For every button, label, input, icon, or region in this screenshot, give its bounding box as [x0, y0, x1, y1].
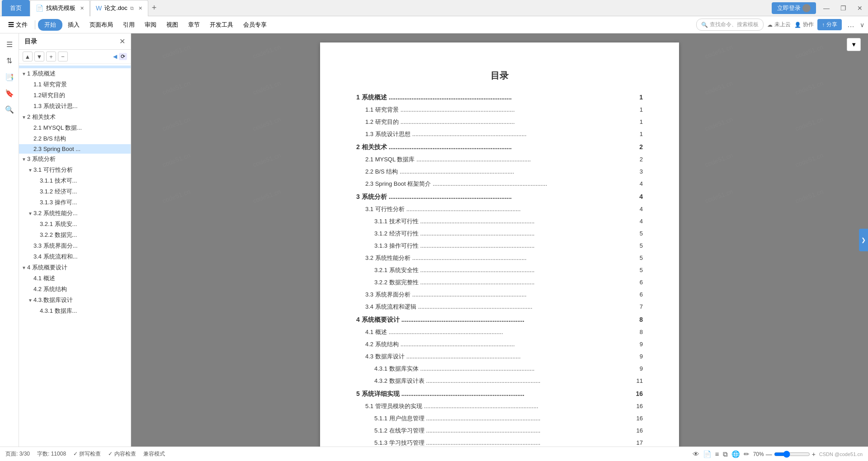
- toc-item-3-4[interactable]: 3.4 系统流程和...: [19, 251, 131, 262]
- collaborate-btn[interactable]: 👤 协作: [794, 21, 814, 28]
- menu-bar: ☰ 文件 开始 插入 页面布局 引用 审阅 视图 章节 开发工具 会员专享 🔍 …: [0, 16, 868, 33]
- toc-item-4-3[interactable]: ▼ 4.3.数据库设计: [19, 295, 131, 306]
- toc-close-btn[interactable]: ✕: [119, 37, 125, 46]
- tab-wps[interactable]: 📄 找稿壳模板 ✕: [30, 0, 90, 16]
- more-menu[interactable]: …: [845, 21, 856, 29]
- doc-view-icon[interactable]: 📄: [703, 450, 712, 458]
- read-icon[interactable]: 👁: [693, 450, 699, 458]
- close-button[interactable]: ✕: [854, 3, 866, 14]
- content-check-btn[interactable]: ✓ 内容检查: [108, 450, 136, 458]
- web-view-icon[interactable]: 🌐: [731, 450, 740, 458]
- toc-item-2[interactable]: ▼ 2 相关技术: [19, 112, 131, 122]
- doc-restore-icon[interactable]: ⧉: [130, 5, 134, 11]
- nav-icon-btn[interactable]: ⇅: [2, 53, 17, 68]
- filter-icon-btn[interactable]: ▼: [847, 38, 861, 51]
- wm-18: code51.cn: [218, 91, 315, 156]
- wm-2: code51.cn: [218, 33, 315, 84]
- toggle-1[interactable]: ▼: [21, 71, 27, 77]
- zoom-in-btn[interactable]: +: [812, 451, 816, 458]
- toc-item-3-1-3[interactable]: 3.1.3 操作可...: [19, 197, 131, 208]
- restore-button[interactable]: ❐: [837, 3, 850, 14]
- doc-tab-close[interactable]: ✕: [138, 5, 142, 11]
- menu-insert[interactable]: 插入: [63, 19, 84, 31]
- pen-icon[interactable]: ✏: [744, 450, 750, 458]
- spell-check-btn[interactable]: ✓ 拼写检查: [73, 450, 101, 458]
- toc-item-3-1[interactable]: ▼ 3.1 可行性分析: [19, 165, 131, 175]
- share-button[interactable]: ↑ 分享: [817, 19, 842, 30]
- wps-tab-close[interactable]: ✕: [80, 5, 84, 11]
- toc-item-4-3-1[interactable]: 4.3.1 数据库...: [19, 306, 131, 316]
- login-button[interactable]: 立即登录: [772, 2, 816, 14]
- toc-item-3-2-1[interactable]: 3.2.1 系统安...: [19, 219, 131, 230]
- tab-doc[interactable]: W 论文.doc ⧉ ✕: [90, 0, 148, 16]
- minimize-button[interactable]: —: [820, 3, 833, 14]
- toc-item-2-2[interactable]: 2.2 B/S 结构: [19, 133, 131, 144]
- toc-item-4-2[interactable]: 4.2 系统结构: [19, 284, 131, 295]
- zoom-out-btn[interactable]: —: [766, 451, 772, 458]
- toc-add[interactable]: +: [46, 52, 56, 61]
- menu-search[interactable]: 🔍 查找命令、搜索模板: [696, 19, 764, 31]
- menu-view[interactable]: 视图: [162, 19, 183, 31]
- menu-chapter[interactable]: 章节: [184, 19, 204, 31]
- compat-mode-btn[interactable]: 兼容模式: [143, 450, 165, 458]
- toggle-3-1[interactable]: ▼: [27, 167, 33, 173]
- menu-member[interactable]: 会员专享: [239, 19, 271, 31]
- toggle-4[interactable]: ▼: [21, 264, 27, 271]
- toc-entry-5-1-2: 5.1.2 在线学习管理 ...........................…: [356, 425, 643, 437]
- menu-review[interactable]: 审阅: [140, 19, 161, 31]
- toc-item-1-3[interactable]: 1.3 系统设计思...: [19, 101, 131, 112]
- toc-entry-3-1-1: 3.1.1 技术可行性 ............................…: [356, 216, 643, 227]
- toc-item-4-1[interactable]: 4.1 概述: [19, 273, 131, 284]
- toc-entry-1-3: 1.3 系统设计思想 .............................…: [356, 128, 643, 140]
- new-tab-button[interactable]: +: [148, 3, 160, 13]
- wm-25: code51.cn: [131, 127, 225, 193]
- toc-item-2-3[interactable]: 2.3 Spring Boot ...: [19, 144, 131, 154]
- menu-home[interactable]: 开始: [38, 19, 62, 31]
- toc-icon-btn[interactable]: 📑: [2, 70, 17, 84]
- toc-item-3-3[interactable]: 3.3 系统界面分...: [19, 240, 131, 251]
- toggle-2[interactable]: ▼: [21, 114, 27, 120]
- outline-icon-btn[interactable]: ☰: [2, 37, 17, 52]
- doc-area: code51.cn code51.cn code51.cn code51.cn …: [131, 33, 868, 447]
- toc-item-4[interactable]: ▼ 4 系统概要设计: [19, 262, 131, 273]
- item-text-2-1: 2.1 MYSQL 数据...: [33, 124, 82, 132]
- toc-collapse-all[interactable]: ▲: [23, 52, 33, 61]
- menu-tools[interactable]: 开发工具: [205, 19, 238, 31]
- toc-item-1-1[interactable]: 1.1 研究背景: [19, 79, 131, 90]
- toc-item-2-1[interactable]: 2.1 MYSQL 数据...: [19, 122, 131, 133]
- item-text-1: 1 系统概述: [27, 70, 56, 78]
- toggle-4-3[interactable]: ▼: [27, 297, 33, 303]
- zoom-slider[interactable]: [774, 451, 810, 458]
- toc-item-3-1-1[interactable]: 3.1.1 技术可...: [19, 175, 131, 186]
- toc-nav-prev[interactable]: ◀: [113, 53, 117, 60]
- toc-item-3-1-2[interactable]: 3.1.2 经济可...: [19, 186, 131, 197]
- menu-references[interactable]: 引用: [118, 19, 139, 31]
- expand-icon[interactable]: ∨: [860, 21, 864, 28]
- toc-item-3-2[interactable]: ▼ 3.2 系统性能分...: [19, 208, 131, 219]
- doc-title: 目录: [356, 70, 643, 82]
- wm-24: code51.cn: [760, 91, 858, 156]
- toc-remove[interactable]: −: [58, 52, 68, 61]
- toc-item-3[interactable]: ▼ 3 系统分析: [19, 154, 131, 165]
- item-text-1-2: 1.2研究目的: [33, 91, 65, 99]
- title-bar: 首页 📄 找稿壳模板 ✕ W 论文.doc ⧉ ✕ + 立即登录 — ❐ ✕: [0, 0, 868, 16]
- toc-entry-3-4: 3.4 系统流程和逻辑 ............................…: [356, 301, 643, 313]
- bookmark-icon-btn[interactable]: 🔖: [2, 86, 17, 100]
- toc-item-1[interactable]: ▼ 1 系统概述: [19, 68, 131, 79]
- toggle-3[interactable]: ▼: [21, 156, 27, 162]
- list-view-icon[interactable]: ≡: [715, 450, 719, 458]
- toc-entry-3: 3 系统分析 .................................…: [356, 190, 643, 203]
- menu-layout[interactable]: 页面布局: [85, 19, 118, 31]
- right-expand-btn[interactable]: ❯: [859, 229, 868, 251]
- split-view-icon[interactable]: ⧉: [723, 450, 728, 458]
- toc-expand-all[interactable]: ▼: [34, 52, 44, 61]
- toggle-3-2[interactable]: ▼: [27, 210, 33, 216]
- tab-home[interactable]: 首页: [2, 0, 30, 16]
- wps-tab-label: 找稿壳模板: [46, 4, 75, 12]
- toc-item-3-2-2[interactable]: 3.2.2 数据完...: [19, 230, 131, 240]
- search-icon-btn[interactable]: 🔍: [2, 102, 17, 117]
- cloud-status[interactable]: ☁ 未上云: [767, 21, 791, 28]
- item-text-3-2-1: 3.2.1 系统安...: [40, 220, 77, 228]
- menu-file[interactable]: ☰ 文件: [4, 19, 32, 31]
- toc-item-1-2[interactable]: 1.2研究目的: [19, 90, 131, 101]
